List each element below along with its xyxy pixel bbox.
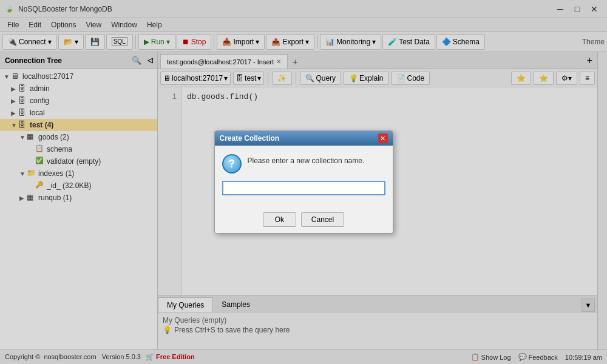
modal-body: ? Please enter a new collection name. Ok…	[215, 146, 393, 233]
modal-spacer	[222, 201, 385, 207]
cancel-button[interactable]: Cancel	[301, 212, 344, 227]
collection-name-input[interactable]	[222, 181, 385, 195]
modal-close-btn[interactable]: ✕	[378, 133, 388, 143]
ok-button[interactable]: Ok	[263, 212, 296, 227]
modal-title: Create Collection	[220, 134, 280, 143]
modal-buttons: Ok Cancel	[222, 212, 385, 227]
create-collection-dialog: Create Collection ✕ ? Please enter a new…	[214, 130, 393, 234]
modal-message-row: ? Please enter a new collection name.	[222, 154, 385, 174]
modal-message-text: Please enter a new collection name.	[248, 154, 365, 166]
modal-titlebar: Create Collection ✕	[215, 131, 393, 146]
modal-overlay: Create Collection ✕ ? Please enter a new…	[0, 0, 607, 364]
info-icon: ?	[222, 154, 242, 174]
